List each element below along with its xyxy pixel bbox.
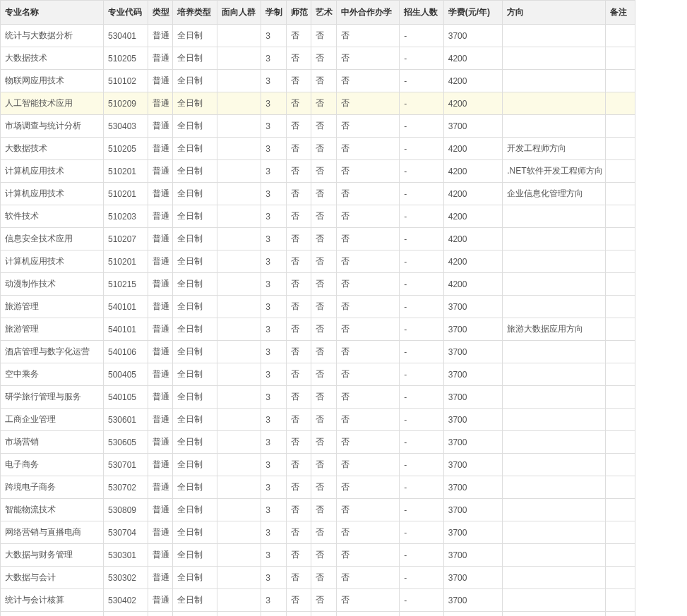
cell-enroll: - (400, 567, 444, 589)
cell-direction (503, 47, 606, 70)
cell-fee: 3700 (443, 296, 502, 318)
cell-name: 旅游管理 (1, 318, 104, 341)
cell-normal: 否 (286, 454, 311, 476)
cell-target (217, 567, 261, 589)
cell-normal: 否 (286, 499, 311, 521)
cell-enroll: - (400, 70, 444, 92)
cell-target (217, 160, 261, 183)
cell-normal: 否 (286, 183, 311, 205)
cell-target (217, 341, 261, 363)
cell-train: 全日制 (173, 521, 217, 544)
cell-years: 3 (261, 612, 286, 617)
table-row: 网络营销与直播电商530704普通全日制3否否否-3700 (1, 521, 635, 544)
cell-train: 全日制 (173, 228, 217, 250)
cell-fee: 4200 (443, 138, 502, 160)
cell-direction: 开发工程师方向 (503, 138, 606, 160)
cell-code: 510201 (104, 160, 148, 183)
cell-remark (606, 476, 635, 499)
cell-years: 3 (261, 454, 286, 476)
header-art: 艺术 (311, 1, 336, 25)
cell-remark (606, 567, 635, 589)
cell-normal: 否 (286, 431, 311, 454)
cell-remark (606, 363, 635, 386)
cell-years: 3 (261, 273, 286, 296)
cell-direction (503, 228, 606, 250)
cell-target (217, 70, 261, 92)
cell-fee: 3700 (443, 25, 502, 47)
cell-art: 否 (311, 589, 336, 612)
cell-enroll: - (400, 160, 444, 183)
cell-direction (503, 409, 606, 431)
cell-train: 全日制 (173, 567, 217, 589)
cell-target (217, 250, 261, 273)
cell-art: 否 (311, 476, 336, 499)
cell-enroll: - (400, 138, 444, 160)
cell-code: 510205 (104, 47, 148, 70)
cell-coop: 否 (336, 386, 400, 409)
cell-code: 510209 (104, 92, 148, 115)
cell-art: 否 (311, 318, 336, 341)
table-row: 大数据技术510205普通全日制3否否否-4200开发工程师方向 (1, 138, 635, 160)
cell-enroll: - (400, 183, 444, 205)
cell-type: 普通 (148, 92, 172, 115)
cell-enroll: - (400, 115, 444, 138)
cell-name: 跨境电子商务 (1, 476, 104, 499)
cell-direction: .NET软件开发工程师方向 (503, 160, 606, 183)
cell-enroll: - (400, 409, 444, 431)
cell-target (217, 589, 261, 612)
cell-fee: 3700 (443, 454, 502, 476)
cell-coop: 否 (336, 160, 400, 183)
cell-type: 普通 (148, 47, 172, 70)
cell-enroll: - (400, 341, 444, 363)
table-row: 跨境电子商务530702普通全日制3否否否-3700 (1, 476, 635, 499)
cell-name: 空中乘务 (1, 363, 104, 386)
cell-type: 普通 (148, 521, 172, 544)
cell-direction (503, 454, 606, 476)
cell-art: 否 (311, 544, 336, 567)
cell-years: 3 (261, 250, 286, 273)
cell-normal: 否 (286, 47, 311, 70)
cell-direction (503, 92, 606, 115)
cell-code: 510201 (104, 183, 148, 205)
cell-name: 计算机应用技术 (1, 160, 104, 183)
cell-target (217, 431, 261, 454)
cell-remark (606, 115, 635, 138)
cell-name: 大数据与会计 (1, 567, 104, 589)
cell-remark (606, 70, 635, 92)
cell-name: 网络营销与直播电商 (1, 521, 104, 544)
cell-type: 普通 (148, 476, 172, 499)
cell-name: 大数据与财务管理 (1, 544, 104, 567)
cell-train: 全日制 (173, 318, 217, 341)
cell-enroll: - (400, 454, 444, 476)
cell-target (217, 296, 261, 318)
cell-target (217, 363, 261, 386)
cell-remark (606, 544, 635, 567)
cell-art: 否 (311, 499, 336, 521)
cell-fee: 4200 (443, 250, 502, 273)
cell-train: 全日制 (173, 273, 217, 296)
cell-train: 全日制 (173, 205, 217, 228)
cell-fee: 4200 (443, 183, 502, 205)
cell-art: 否 (311, 160, 336, 183)
majors-table-container: 专业名称 专业代码 类型 培养类型 面向人群 学制 师范 艺术 中外合作办学 招… (0, 0, 635, 616)
cell-code: 530605 (104, 431, 148, 454)
table-row: 酒店管理与数字化运营540106普通全日制3否否否-3700 (1, 341, 635, 363)
cell-direction: 企业信息化管理方向 (503, 183, 606, 205)
cell-art: 否 (311, 521, 336, 544)
cell-normal: 否 (286, 228, 311, 250)
cell-art: 否 (311, 454, 336, 476)
cell-code: 500405 (104, 363, 148, 386)
cell-coop: 否 (336, 499, 400, 521)
cell-direction (503, 386, 606, 409)
cell-coop: 否 (336, 138, 400, 160)
header-training-type: 培养类型 (173, 1, 217, 25)
cell-enroll: - (400, 205, 444, 228)
cell-normal: 否 (286, 25, 311, 47)
cell-art: 否 (311, 612, 336, 617)
cell-coop: 否 (336, 454, 400, 476)
cell-code: 510207 (104, 228, 148, 250)
cell-enroll: - (400, 499, 444, 521)
cell-enroll: - (400, 273, 444, 296)
cell-name: 市场调查与统计分析 (1, 115, 104, 138)
cell-normal: 否 (286, 386, 311, 409)
